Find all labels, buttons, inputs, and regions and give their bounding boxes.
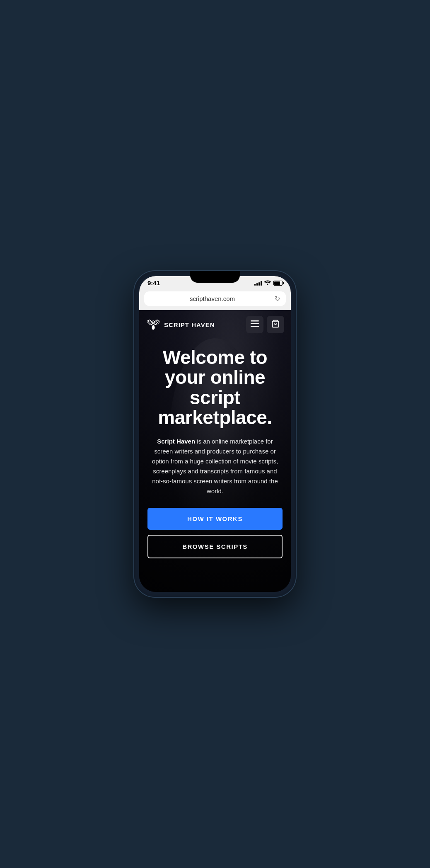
cta-buttons: HOW IT WORKS BROWSE SCRIPTS	[147, 508, 283, 567]
hero-description-body: is an online marketplace for screen writ…	[152, 438, 278, 495]
logo-text: SCRIPT HAVEN	[164, 321, 215, 328]
svg-rect-3	[251, 323, 259, 324]
signal-icon	[254, 281, 262, 286]
url-bar-wrap: scripthaven.com ↻	[139, 289, 291, 310]
url-bar[interactable]: scripthaven.com ↻	[144, 291, 286, 306]
phone-screen: 9:41	[139, 276, 291, 592]
menu-button[interactable]	[246, 316, 263, 333]
site-header: SCRIPT HAVEN	[139, 310, 291, 339]
cart-icon	[271, 320, 280, 330]
status-icons	[254, 280, 283, 286]
svg-rect-4	[251, 326, 259, 327]
logo-icon	[146, 317, 161, 332]
svg-rect-2	[251, 320, 259, 322]
website: SCRIPT HAVEN	[139, 310, 291, 592]
cart-button[interactable]	[267, 316, 284, 333]
notch	[190, 276, 240, 283]
battery-icon	[273, 281, 283, 286]
status-time: 9:41	[147, 279, 160, 286]
url-text: scripthaven.com	[150, 295, 275, 302]
header-buttons	[246, 316, 284, 333]
browse-scripts-button[interactable]: BROWSE SCRIPTS	[147, 535, 283, 558]
phone-frame: 9:41	[134, 271, 296, 597]
logo-area: SCRIPT HAVEN	[146, 317, 215, 332]
how-it-works-button[interactable]: HOW IT WORKS	[147, 508, 283, 530]
hero-description: Script Haven is an online marketplace fo…	[147, 436, 283, 496]
hero-title: Welcome to your online script marketplac…	[147, 347, 283, 427]
hero-content: Welcome to your online script marketplac…	[139, 339, 291, 592]
hero-brand-name: Script Haven	[157, 438, 195, 445]
refresh-icon[interactable]: ↻	[275, 295, 280, 303]
menu-icon	[251, 320, 259, 329]
svg-point-0	[152, 325, 155, 330]
wifi-icon	[264, 280, 271, 286]
